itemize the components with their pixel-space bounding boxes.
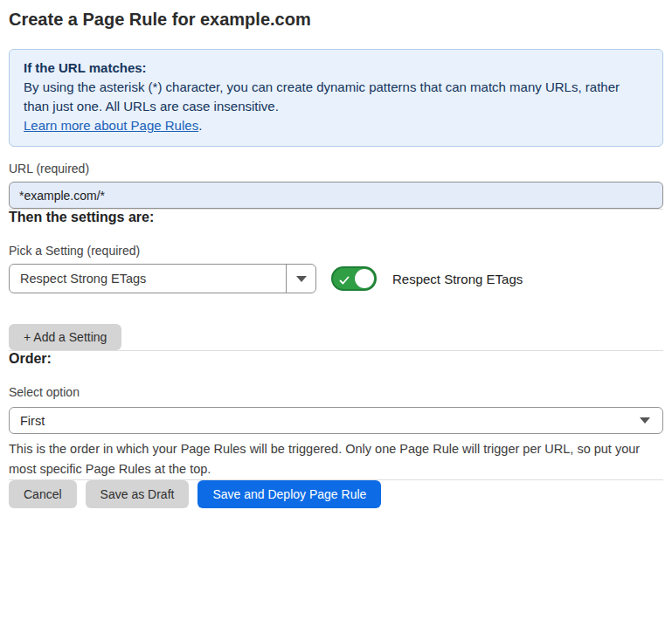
check-icon — [339, 273, 350, 284]
setting-picker-label: Pick a Setting (required) — [9, 244, 663, 258]
cancel-button[interactable]: Cancel — [9, 480, 77, 508]
footer-actions: Cancel Save as Draft Save and Deploy Pag… — [9, 480, 663, 508]
toggle-label: Respect Strong ETags — [392, 272, 523, 286]
order-select-label: Select option — [9, 385, 663, 399]
toggle-knob — [355, 269, 374, 288]
url-field-label: URL (required) — [9, 162, 663, 176]
order-select[interactable]: First — [9, 407, 663, 434]
setting-select-arrow-box[interactable] — [286, 265, 315, 293]
setting-select[interactable]: Respect Strong ETags — [9, 264, 316, 293]
order-section-heading: Order: — [9, 351, 663, 367]
chevron-down-icon — [296, 276, 307, 282]
chevron-down-icon — [640, 417, 650, 424]
settings-section-heading: Then the settings are: — [9, 210, 663, 225]
save-deploy-button[interactable]: Save and Deploy Page Rule — [197, 480, 381, 508]
setting-row: Respect Strong ETags Respect Strong ETag… — [9, 264, 663, 293]
order-select-value: First — [20, 414, 640, 428]
learn-more-link[interactable]: Learn more about Page Rules — [24, 118, 198, 133]
page-title: Create a Page Rule for example.com — [9, 9, 663, 30]
url-match-info-box: If the URL matches: By using the asteris… — [9, 49, 663, 147]
respect-strong-etags-toggle[interactable] — [331, 266, 377, 291]
add-setting-button[interactable]: + Add a Setting — [9, 324, 121, 350]
setting-select-value: Respect Strong ETags — [10, 265, 286, 293]
info-box-body: By using the asterisk (*) character, you… — [24, 78, 648, 116]
link-period: . — [198, 118, 202, 133]
save-draft-button[interactable]: Save as Draft — [86, 480, 190, 508]
info-box-heading: If the URL matches: — [24, 59, 648, 78]
url-input[interactable] — [9, 182, 663, 209]
info-box-link-row: Learn more about Page Rules. — [24, 116, 648, 135]
order-help-text: This is the order in which your Page Rul… — [9, 439, 659, 479]
